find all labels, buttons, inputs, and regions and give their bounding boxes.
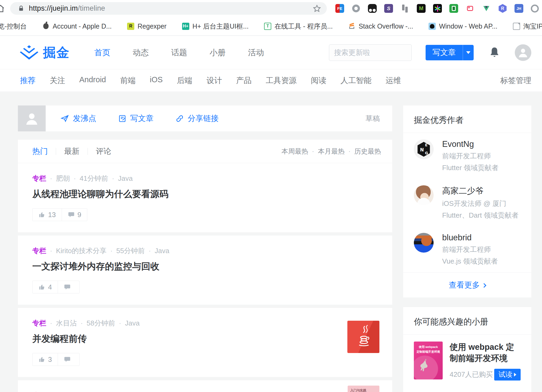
booklet-row[interactable]: 大厂 H5 开发实战手册 2977人已购买 试读 (403, 387, 531, 392)
extension-sidebar-icon[interactable] (400, 4, 409, 13)
like-button[interactable]: 3 (33, 353, 58, 366)
article-tag[interactable]: 专栏 (32, 319, 46, 328)
extension-octotree-icon[interactable] (368, 4, 377, 13)
category-reading[interactable]: 阅读 (311, 75, 326, 86)
bookmark-console[interactable]: 览-控制台 (0, 22, 27, 31)
category-recommended[interactable]: 推荐 (20, 75, 36, 86)
category-frontend[interactable]: 前端 (120, 75, 136, 86)
article-title[interactable]: 并发编程前传 (32, 333, 378, 345)
address-bar[interactable]: https://juejin.im/timeline (10, 2, 327, 15)
composer-avatar[interactable] (18, 105, 46, 131)
article-category[interactable]: Java (115, 319, 140, 327)
extension-fe-helper-icon[interactable]: FE (335, 4, 344, 13)
sort-month[interactable]: 本月最热 (308, 147, 344, 155)
nav-topics[interactable]: 话题 (171, 47, 187, 58)
sort-all[interactable]: 历史最热 (345, 147, 381, 155)
write-article-action[interactable]: 写文章 (118, 113, 154, 124)
like-button[interactable]: 13 (33, 209, 62, 221)
booklet-row[interactable]: 使用 webpack 定制前端开发环境 使用 webpack 定制前端开发环境 … (403, 335, 531, 387)
author-row[interactable]: E N G EvontNg 前端开发工程师 Flutter 领域贡献者 (403, 133, 531, 179)
article-category[interactable]: Java (145, 247, 170, 255)
article-item[interactable]: 小册 lucefer WebGL 入门与实践 入门与实践 lucefer 著 (18, 380, 392, 392)
author-name[interactable]: bluebrid (442, 233, 498, 242)
sort-week[interactable]: 本周最热 (281, 147, 308, 155)
bookmark-taobao-ip[interactable]: 淘宝IP地址 (513, 22, 542, 31)
tag-manage-link[interactable]: 标签管理 (500, 75, 531, 86)
category-backend[interactable]: 后端 (177, 75, 192, 86)
like-button[interactable]: 4 (33, 281, 58, 293)
extension-settings-gear-icon[interactable] (352, 4, 360, 13)
article-author[interactable]: 水目沾 (46, 319, 77, 328)
author-avatar[interactable]: E N G (414, 139, 434, 159)
article-item[interactable]: 专栏 肥朝 41分钟前 Java 从线程池理论聊聊为什么要看源码 13 (18, 163, 392, 232)
category-tools[interactable]: 工具资源 (266, 75, 297, 86)
tab-hot[interactable]: 热门 (32, 146, 48, 157)
author-row[interactable]: 高家二少爷 iOS开发法师 @ 厦门 Flutter、Dart 领域贡献者 (403, 179, 531, 226)
category-product[interactable]: 产品 (236, 75, 252, 86)
extension-vue-devtools-icon[interactable] (482, 4, 491, 13)
article-tag[interactable]: 专栏 (32, 246, 46, 256)
bookmark-online-tools[interactable]: T 在线工具 - 程序员... (264, 22, 333, 31)
author-avatar[interactable] (414, 185, 434, 205)
author-row[interactable]: bluebrid 前端开发工程师 Vue.js 领域贡献者 (403, 226, 531, 272)
extension-partial-icon[interactable] (531, 5, 539, 13)
extension-green-panel-icon[interactable] (449, 4, 458, 13)
nav-feed[interactable]: 动态 (133, 47, 149, 58)
bookmark-hplus[interactable]: H+ H+ 后台主题UI框... (182, 22, 249, 31)
write-article-label[interactable]: 写文章 (426, 45, 463, 60)
category-devops[interactable]: 运维 (386, 75, 401, 86)
article-item[interactable]: 专栏 水目沾 58分钟前 Java 并发编程前传 3 (18, 308, 392, 377)
category-design[interactable]: 设计 (206, 75, 222, 86)
article-thumbnail-java[interactable] (347, 321, 379, 353)
extension-jh-icon[interactable]: JH (514, 4, 523, 13)
article-title[interactable]: 从线程池理论聊聊为什么要看源码 (32, 188, 378, 200)
category-following[interactable]: 关注 (50, 75, 65, 86)
article-author[interactable]: Kirito的技术分享 (46, 246, 107, 256)
article-category[interactable]: Java (108, 174, 133, 183)
article-item[interactable]: 专栏 Kirito的技术分享 55分钟前 Java 一文探讨堆外内存的监控与回收… (18, 236, 392, 305)
author-name[interactable]: EvontNg (442, 139, 498, 149)
extension-r-hexagon-icon[interactable]: R (498, 4, 507, 13)
nav-home[interactable]: 首页 (94, 47, 110, 58)
booklet-title[interactable]: 使用 webpack 定制前端开发环境 (450, 342, 521, 364)
article-thumbnail-booklet[interactable]: 入门与实践 lucefer 著 (348, 386, 379, 392)
article-title[interactable]: 一文探讨堆外内存的监控与回收 (32, 260, 378, 273)
notifications-bell-icon[interactable] (489, 47, 500, 58)
write-article-dropdown[interactable] (463, 45, 474, 60)
search-box[interactable] (329, 44, 412, 61)
nav-events[interactable]: 活动 (248, 47, 264, 58)
tab-latest[interactable]: 最新 (64, 146, 80, 157)
author-name[interactable]: 高家二少爷 (442, 185, 519, 197)
extension-color-burst-icon[interactable] (433, 4, 442, 13)
nav-booklets[interactable]: 小册 (210, 47, 226, 58)
article-tag[interactable]: 小册 (32, 391, 46, 392)
search-input[interactable] (334, 49, 429, 57)
bookmark-regexper[interactable]: R Regexper (127, 22, 166, 30)
extension-stylus-icon[interactable]: S (384, 4, 393, 13)
bookmark-apple-account[interactable]: Account - Apple D... (42, 22, 112, 30)
category-ios[interactable]: iOS (150, 75, 163, 86)
comment-button[interactable]: 9 (62, 209, 87, 221)
category-android[interactable]: Android (79, 75, 106, 86)
home-icon[interactable] (0, 4, 5, 13)
author-avatar[interactable] (414, 233, 434, 253)
juejin-logo[interactable]: 掘金 (19, 44, 70, 61)
extension-pink-window-icon[interactable] (466, 4, 474, 13)
comment-button[interactable] (58, 353, 79, 366)
booklet-cover-webpack[interactable]: 使用 webpack 定制前端开发环境 (414, 342, 443, 379)
bookmark-stack-overflow[interactable]: Stack Overflow -... (348, 22, 413, 30)
post-pin-button[interactable]: 发沸点 (61, 113, 96, 124)
article-author[interactable]: 肥朝 (46, 174, 70, 183)
write-article-button[interactable]: 写文章 (426, 45, 474, 60)
bookmark-window-webapi[interactable]: Window - Web AP... (429, 22, 497, 30)
comment-button[interactable] (58, 281, 79, 293)
bookmark-star-icon[interactable] (312, 4, 321, 13)
drafts-link[interactable]: 草稿 (366, 114, 380, 123)
tab-comments[interactable]: 评论 (96, 146, 111, 157)
user-avatar[interactable] (515, 44, 531, 61)
article-tag[interactable]: 专栏 (32, 174, 46, 183)
share-link-action[interactable]: 分享链接 (175, 113, 219, 124)
category-ai[interactable]: 人工智能 (340, 75, 371, 86)
see-more-link[interactable]: 查看更多 (403, 272, 531, 297)
preview-button[interactable]: 试读 (494, 369, 521, 381)
